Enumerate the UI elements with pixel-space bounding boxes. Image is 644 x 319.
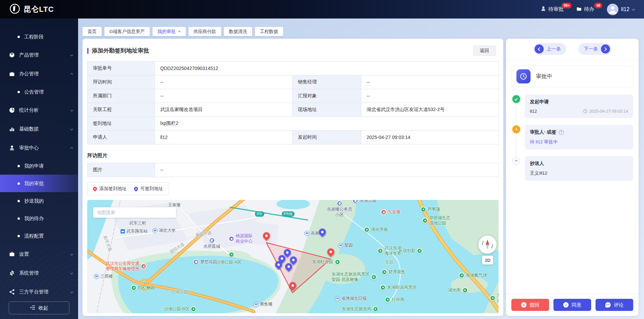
sidebar-item-statistics[interactable]: 统计分析 bbox=[0, 101, 78, 119]
visit-photos-title: 拜访照片 bbox=[87, 152, 499, 159]
blue-poi-icon bbox=[193, 259, 199, 265]
map-label: 水岸星城 bbox=[203, 238, 220, 249]
green-poi-icon bbox=[364, 227, 370, 233]
bullet-icon bbox=[18, 217, 20, 220]
tab-g-client-assets[interactable]: G端客户信息资产 bbox=[104, 27, 150, 36]
user-name: ll12 bbox=[621, 6, 630, 12]
sidebar-item-approval-center[interactable]: 审批中心 bbox=[0, 138, 78, 157]
help-icon[interactable]: ? bbox=[559, 130, 564, 135]
table-row: 所属部门 -- 汇报对象 -- bbox=[88, 89, 499, 103]
map-search-input[interactable]: 地图搜索 bbox=[93, 207, 176, 218]
map-label-text: 沙湖公园-B区 bbox=[164, 307, 189, 312]
field-label: 签到地址 bbox=[88, 117, 155, 131]
map-label-text: 水岸星城 bbox=[203, 244, 220, 249]
step-status-text: 待 ll12 审批中 bbox=[530, 139, 628, 145]
field-value: ll12 bbox=[155, 131, 293, 144]
bullet-icon bbox=[18, 182, 20, 185]
map-label: 桃源国际 商业中心 bbox=[229, 234, 252, 244]
map-label-text: 碧潭观鱼 bbox=[388, 270, 405, 275]
map-label: 沙湖公园 bbox=[171, 289, 188, 295]
map-legend: 添加签到地址 可签到地址 bbox=[87, 182, 169, 195]
prev-item-button[interactable]: 上一条 bbox=[533, 43, 566, 55]
map-label-text: 省博湖北日报 bbox=[341, 296, 367, 302]
field-value: -- bbox=[155, 75, 293, 89]
green-poi-icon bbox=[229, 252, 234, 257]
collapse-sidebar-button[interactable]: 收起 bbox=[9, 302, 69, 314]
sidebar-item-settings[interactable]: 设置 bbox=[0, 245, 78, 263]
tab-my-approvals[interactable]: 我的审批 × bbox=[152, 27, 186, 36]
reject-button[interactable]: × 驳回 bbox=[511, 299, 549, 311]
tab-home[interactable]: 首页 bbox=[82, 27, 102, 36]
map-label: 沙湖公园-B区 bbox=[164, 306, 196, 312]
back-button[interactable]: 返回 bbox=[473, 45, 496, 56]
table-row: 拜访时间 -- 销售经理 -- bbox=[88, 75, 499, 89]
map-label: M梨园 bbox=[338, 243, 353, 248]
toolbox-icon bbox=[9, 251, 15, 257]
step-person: ll12 bbox=[530, 109, 537, 114]
app-logo: 昆仑LTC bbox=[9, 3, 54, 15]
comment-button[interactable]: ••• 评论 bbox=[596, 299, 633, 311]
sidebar-item-system-mgmt[interactable]: 系统管理 bbox=[0, 263, 78, 282]
sidebar-item-cc-to-me[interactable]: 抄送我的 bbox=[0, 192, 78, 210]
map-label-text: 武车路车站 bbox=[127, 229, 148, 234]
sidebar-item-base-data[interactable]: 基础数据 bbox=[0, 119, 78, 138]
bullet-icon bbox=[18, 91, 20, 93]
field-label: 申请人 bbox=[88, 131, 155, 144]
tab-supplier-payment[interactable]: 供应商付款 bbox=[189, 27, 222, 36]
map-label: 8号 bbox=[255, 211, 264, 217]
map-label: 东湖氦气球 bbox=[459, 273, 487, 278]
legend-add-address[interactable]: 添加签到地址 bbox=[93, 186, 127, 192]
chevron-down-icon bbox=[70, 253, 73, 256]
sidebar-item-engineering-stage[interactable]: 工程阶段 bbox=[0, 28, 78, 45]
map-label: E区-畅园 bbox=[131, 285, 155, 291]
pending-approval-nav[interactable]: 待审批 99+ bbox=[541, 6, 564, 12]
share-icon bbox=[9, 289, 15, 295]
map-label-text: 三层楼 bbox=[100, 274, 113, 279]
green-poi-icon bbox=[131, 285, 137, 291]
next-item-button[interactable]: 下一条 bbox=[578, 43, 611, 55]
tab-engineering-data[interactable]: 工程数据 bbox=[255, 27, 283, 36]
map-label-text: 武汉市公安局交通 管理局车辆管理所 bbox=[106, 261, 139, 272]
green-poi-icon bbox=[381, 269, 387, 275]
sidebar-item-product-mgmt[interactable]: 产品管理 bbox=[0, 45, 78, 64]
chevron-right-icon bbox=[601, 44, 610, 54]
compass-control[interactable] bbox=[478, 236, 497, 254]
sidebar-item-office-mgmt[interactable]: 办公管理 bbox=[0, 64, 78, 83]
tab-data-cleaning[interactable]: 数据清洗 bbox=[224, 27, 252, 36]
sidebar-item-my-todo[interactable]: 我的待办 bbox=[0, 210, 78, 227]
map[interactable]: 王家墩武车三村武车路车站M湖北大学秦园中路水岸星城桃源国际 商业中心岳家嘴公务员… bbox=[87, 200, 499, 313]
sidebar-item-my-applications[interactable]: 我的申请 bbox=[0, 157, 78, 175]
map-label: 东湖京园 bbox=[352, 200, 376, 204]
sidebar-item-third-party[interactable]: 三方平台管理 bbox=[0, 282, 78, 301]
sidebar-item-announcement-mgmt[interactable]: 公告管理 bbox=[0, 83, 78, 101]
map-label-text: 8号 bbox=[255, 211, 264, 217]
green-poi-icon bbox=[462, 287, 468, 293]
map-label-text: 长堤杉影 bbox=[399, 248, 415, 254]
red-poi-icon bbox=[141, 263, 146, 269]
table-row: 审批单号 QDDZ20250427090314512 bbox=[88, 62, 499, 75]
chevron-down-icon bbox=[70, 128, 73, 131]
legend-available-address[interactable]: 可签到地址 bbox=[134, 186, 163, 192]
map-label: 长堤杉影 bbox=[399, 248, 422, 254]
map-label-text: 东湖生态旅游风景区 梨园-屈原雕像 bbox=[332, 272, 370, 282]
logo-icon bbox=[9, 3, 20, 15]
app-header: 昆仑LTC 待审批 99+ 待办 48 ll12 bbox=[0, 0, 644, 19]
chevron-down-icon bbox=[70, 272, 73, 275]
user-menu[interactable]: ll12 bbox=[607, 4, 635, 15]
todo-nav[interactable]: 待办 48 bbox=[576, 6, 594, 12]
field-label: 销售经理 bbox=[293, 75, 361, 89]
sidebar-item-flow-config[interactable]: 流程配置 bbox=[0, 227, 78, 245]
approve-button[interactable]: ✓ 同意 bbox=[553, 299, 591, 311]
sidebar-item-my-approvals[interactable]: 我的审批 bbox=[0, 175, 78, 192]
chevron-left-icon bbox=[535, 44, 544, 54]
field-label: 汇报对象 bbox=[293, 89, 361, 103]
map-label: 东湖 bbox=[490, 293, 499, 303]
collapse-icon bbox=[30, 305, 35, 311]
purple-pin-icon bbox=[133, 186, 139, 192]
map-2d-toggle[interactable]: 2D bbox=[482, 256, 493, 264]
check-circle-icon bbox=[512, 95, 520, 103]
approval-stamp-icon bbox=[9, 145, 15, 151]
table-row: 图片 -- bbox=[88, 163, 499, 177]
close-icon[interactable]: × bbox=[178, 29, 181, 34]
metro-poi-icon: M bbox=[304, 231, 309, 236]
